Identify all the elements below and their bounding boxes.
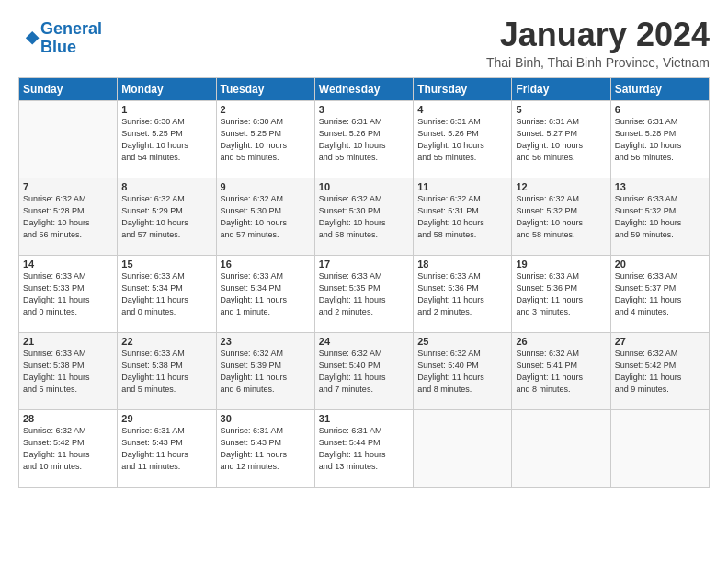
day-info: Sunrise: 6:33 AM Sunset: 5:34 PM Dayligh… (221, 270, 311, 318)
day-number: 2 (221, 104, 311, 115)
header-day-friday: Friday (512, 77, 610, 100)
day-cell: 12Sunrise: 6:32 AM Sunset: 5:32 PM Dayli… (512, 178, 610, 255)
day-cell: 18Sunrise: 6:33 AM Sunset: 5:36 PM Dayli… (414, 255, 512, 332)
day-cell (414, 409, 512, 487)
day-info: Sunrise: 6:33 AM Sunset: 5:35 PM Dayligh… (319, 270, 409, 318)
day-cell: 5Sunrise: 6:31 AM Sunset: 5:27 PM Daylig… (512, 100, 610, 178)
day-info: Sunrise: 6:33 AM Sunset: 5:36 PM Dayligh… (516, 270, 606, 318)
location: Thai Binh, Thai Binh Province, Vietnam (486, 55, 710, 70)
day-cell: 29Sunrise: 6:31 AM Sunset: 5:43 PM Dayli… (118, 409, 216, 487)
day-cell: 2Sunrise: 6:30 AM Sunset: 5:25 PM Daylig… (216, 100, 314, 178)
day-cell: 24Sunrise: 6:32 AM Sunset: 5:40 PM Dayli… (314, 332, 413, 409)
day-cell: 30Sunrise: 6:31 AM Sunset: 5:43 PM Dayli… (216, 409, 314, 487)
header-day-thursday: Thursday (414, 77, 512, 100)
logo-icon (20, 29, 40, 49)
day-cell: 31Sunrise: 6:31 AM Sunset: 5:44 PM Dayli… (314, 409, 413, 487)
day-info: Sunrise: 6:32 AM Sunset: 5:41 PM Dayligh… (516, 348, 606, 396)
logo-blue: Blue (40, 39, 102, 57)
day-cell: 20Sunrise: 6:33 AM Sunset: 5:37 PM Dayli… (610, 255, 709, 332)
day-number: 25 (417, 336, 507, 347)
day-cell (610, 409, 709, 487)
page: General Blue January 2024 Thai Binh, Tha… (0, 0, 728, 497)
day-info: Sunrise: 6:33 AM Sunset: 5:34 PM Dayligh… (121, 270, 211, 318)
day-info: Sunrise: 6:33 AM Sunset: 5:38 PM Dayligh… (121, 348, 211, 396)
day-cell: 11Sunrise: 6:32 AM Sunset: 5:31 PM Dayli… (414, 178, 512, 255)
title-block: January 2024 Thai Binh, Thai Binh Provin… (486, 17, 710, 70)
week-row: 7Sunrise: 6:32 AM Sunset: 5:28 PM Daylig… (19, 178, 710, 255)
header-day-monday: Monday (118, 77, 216, 100)
day-number: 22 (121, 336, 211, 347)
day-number: 28 (23, 413, 113, 424)
header-day-wednesday: Wednesday (314, 77, 413, 100)
day-number: 23 (221, 336, 311, 347)
day-cell: 7Sunrise: 6:32 AM Sunset: 5:28 PM Daylig… (19, 178, 118, 255)
day-cell: 3Sunrise: 6:31 AM Sunset: 5:26 PM Daylig… (314, 100, 413, 178)
day-info: Sunrise: 6:32 AM Sunset: 5:42 PM Dayligh… (23, 425, 113, 473)
week-row: 28Sunrise: 6:32 AM Sunset: 5:42 PM Dayli… (19, 409, 710, 487)
day-info: Sunrise: 6:32 AM Sunset: 5:30 PM Dayligh… (221, 193, 311, 241)
day-info: Sunrise: 6:32 AM Sunset: 5:28 PM Dayligh… (23, 193, 113, 241)
header-day-saturday: Saturday (610, 77, 709, 100)
day-info: Sunrise: 6:31 AM Sunset: 5:26 PM Dayligh… (319, 116, 409, 164)
day-number: 10 (319, 181, 409, 192)
day-info: Sunrise: 6:32 AM Sunset: 5:39 PM Dayligh… (221, 348, 311, 396)
day-number: 3 (319, 104, 409, 115)
day-cell: 25Sunrise: 6:32 AM Sunset: 5:40 PM Dayli… (414, 332, 512, 409)
day-number: 17 (319, 259, 409, 270)
day-number: 4 (417, 104, 507, 115)
day-info: Sunrise: 6:32 AM Sunset: 5:31 PM Dayligh… (417, 193, 507, 241)
day-number: 20 (615, 259, 705, 270)
day-info: Sunrise: 6:32 AM Sunset: 5:42 PM Dayligh… (615, 348, 705, 396)
header: General Blue January 2024 Thai Binh, Tha… (18, 17, 710, 70)
header-day-sunday: Sunday (19, 77, 118, 100)
day-cell: 1Sunrise: 6:30 AM Sunset: 5:25 PM Daylig… (118, 100, 216, 178)
day-info: Sunrise: 6:31 AM Sunset: 5:28 PM Dayligh… (615, 116, 705, 164)
day-info: Sunrise: 6:32 AM Sunset: 5:40 PM Dayligh… (417, 348, 507, 396)
day-cell: 27Sunrise: 6:32 AM Sunset: 5:42 PM Dayli… (610, 332, 709, 409)
day-cell: 16Sunrise: 6:33 AM Sunset: 5:34 PM Dayli… (216, 255, 314, 332)
day-cell: 9Sunrise: 6:32 AM Sunset: 5:30 PM Daylig… (216, 178, 314, 255)
day-number: 26 (516, 336, 606, 347)
logo-general: General (40, 19, 102, 38)
day-cell: 10Sunrise: 6:32 AM Sunset: 5:30 PM Dayli… (314, 178, 413, 255)
day-number: 6 (615, 104, 705, 115)
day-cell: 19Sunrise: 6:33 AM Sunset: 5:36 PM Dayli… (512, 255, 610, 332)
header-day-tuesday: Tuesday (216, 77, 314, 100)
day-info: Sunrise: 6:32 AM Sunset: 5:40 PM Dayligh… (319, 348, 409, 396)
day-info: Sunrise: 6:33 AM Sunset: 5:37 PM Dayligh… (615, 270, 705, 318)
day-number: 19 (516, 259, 606, 270)
day-info: Sunrise: 6:31 AM Sunset: 5:26 PM Dayligh… (417, 116, 507, 164)
day-cell: 28Sunrise: 6:32 AM Sunset: 5:42 PM Dayli… (19, 409, 118, 487)
day-number: 11 (417, 181, 507, 192)
day-info: Sunrise: 6:32 AM Sunset: 5:30 PM Dayligh… (319, 193, 409, 241)
day-number: 1 (121, 104, 211, 115)
day-info: Sunrise: 6:33 AM Sunset: 5:33 PM Dayligh… (23, 270, 113, 318)
day-cell: 13Sunrise: 6:33 AM Sunset: 5:32 PM Dayli… (610, 178, 709, 255)
day-number: 29 (121, 413, 211, 424)
day-info: Sunrise: 6:30 AM Sunset: 5:25 PM Dayligh… (221, 116, 311, 164)
day-number: 18 (417, 259, 507, 270)
day-cell: 22Sunrise: 6:33 AM Sunset: 5:38 PM Dayli… (118, 332, 216, 409)
day-number: 8 (121, 181, 211, 192)
day-number: 5 (516, 104, 606, 115)
day-cell: 6Sunrise: 6:31 AM Sunset: 5:28 PM Daylig… (610, 100, 709, 178)
day-number: 13 (615, 181, 705, 192)
day-number: 7 (23, 181, 113, 192)
month-title: January 2024 (486, 17, 710, 53)
week-row: 14Sunrise: 6:33 AM Sunset: 5:33 PM Dayli… (19, 255, 710, 332)
logo: General Blue (18, 20, 102, 57)
day-cell: 15Sunrise: 6:33 AM Sunset: 5:34 PM Dayli… (118, 255, 216, 332)
day-number: 27 (615, 336, 705, 347)
day-number: 12 (516, 181, 606, 192)
day-number: 15 (121, 259, 211, 270)
day-cell: 17Sunrise: 6:33 AM Sunset: 5:35 PM Dayli… (314, 255, 413, 332)
day-number: 21 (23, 336, 113, 347)
day-cell (19, 100, 118, 178)
day-cell: 26Sunrise: 6:32 AM Sunset: 5:41 PM Dayli… (512, 332, 610, 409)
day-number: 14 (23, 259, 113, 270)
day-info: Sunrise: 6:30 AM Sunset: 5:25 PM Dayligh… (121, 116, 211, 164)
week-row: 21Sunrise: 6:33 AM Sunset: 5:38 PM Dayli… (19, 332, 710, 409)
day-cell: 23Sunrise: 6:32 AM Sunset: 5:39 PM Dayli… (216, 332, 314, 409)
day-number: 31 (319, 413, 409, 424)
day-info: Sunrise: 6:31 AM Sunset: 5:44 PM Dayligh… (319, 425, 409, 473)
